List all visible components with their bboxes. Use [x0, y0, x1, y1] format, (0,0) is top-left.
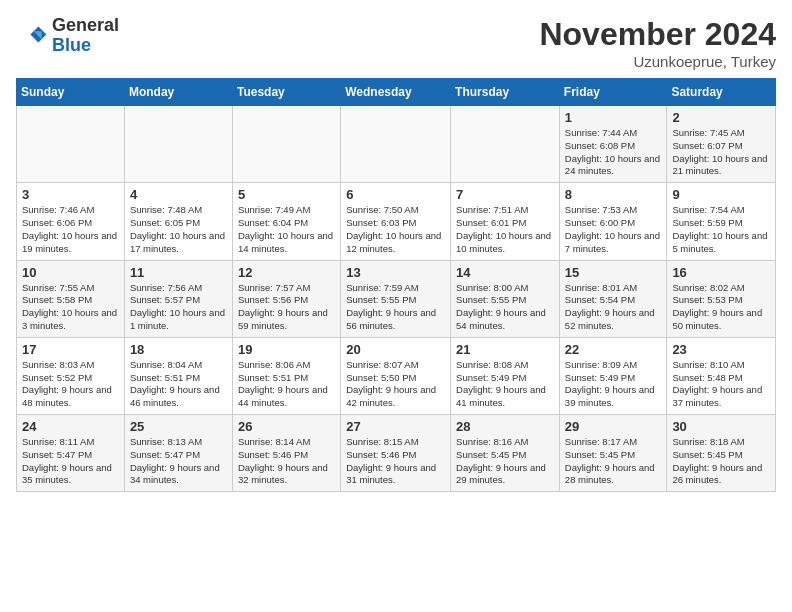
- day-number: 17: [22, 342, 119, 357]
- calendar-cell: 28Sunrise: 8:16 AM Sunset: 5:45 PM Dayli…: [451, 415, 560, 492]
- day-info: Sunrise: 8:11 AM Sunset: 5:47 PM Dayligh…: [22, 436, 119, 487]
- day-number: 16: [672, 265, 770, 280]
- calendar-cell: 18Sunrise: 8:04 AM Sunset: 5:51 PM Dayli…: [124, 337, 232, 414]
- day-info: Sunrise: 8:13 AM Sunset: 5:47 PM Dayligh…: [130, 436, 227, 487]
- calendar-cell: 17Sunrise: 8:03 AM Sunset: 5:52 PM Dayli…: [17, 337, 125, 414]
- title-block: November 2024 Uzunkoeprue, Turkey: [539, 16, 776, 70]
- calendar-cell: 7Sunrise: 7:51 AM Sunset: 6:01 PM Daylig…: [451, 183, 560, 260]
- calendar-week-row: 10Sunrise: 7:55 AM Sunset: 5:58 PM Dayli…: [17, 260, 776, 337]
- day-info: Sunrise: 8:00 AM Sunset: 5:55 PM Dayligh…: [456, 282, 554, 333]
- calendar-table: SundayMondayTuesdayWednesdayThursdayFrid…: [16, 78, 776, 492]
- calendar-cell: 9Sunrise: 7:54 AM Sunset: 5:59 PM Daylig…: [667, 183, 776, 260]
- logo-icon: [16, 20, 48, 52]
- calendar-cell: 13Sunrise: 7:59 AM Sunset: 5:55 PM Dayli…: [341, 260, 451, 337]
- calendar-cell: 22Sunrise: 8:09 AM Sunset: 5:49 PM Dayli…: [559, 337, 667, 414]
- logo-line2: Blue: [52, 36, 119, 56]
- calendar-cell: 12Sunrise: 7:57 AM Sunset: 5:56 PM Dayli…: [232, 260, 340, 337]
- calendar-week-row: 17Sunrise: 8:03 AM Sunset: 5:52 PM Dayli…: [17, 337, 776, 414]
- day-number: 21: [456, 342, 554, 357]
- day-info: Sunrise: 8:10 AM Sunset: 5:48 PM Dayligh…: [672, 359, 770, 410]
- day-number: 13: [346, 265, 445, 280]
- day-number: 29: [565, 419, 662, 434]
- day-number: 12: [238, 265, 335, 280]
- calendar-cell: 24Sunrise: 8:11 AM Sunset: 5:47 PM Dayli…: [17, 415, 125, 492]
- day-info: Sunrise: 7:50 AM Sunset: 6:03 PM Dayligh…: [346, 204, 445, 255]
- weekday-header-cell: Wednesday: [341, 79, 451, 106]
- day-info: Sunrise: 8:03 AM Sunset: 5:52 PM Dayligh…: [22, 359, 119, 410]
- calendar-cell: 26Sunrise: 8:14 AM Sunset: 5:46 PM Dayli…: [232, 415, 340, 492]
- day-number: 7: [456, 187, 554, 202]
- weekday-header-cell: Tuesday: [232, 79, 340, 106]
- day-info: Sunrise: 8:07 AM Sunset: 5:50 PM Dayligh…: [346, 359, 445, 410]
- day-info: Sunrise: 7:56 AM Sunset: 5:57 PM Dayligh…: [130, 282, 227, 333]
- day-number: 15: [565, 265, 662, 280]
- calendar-cell: 3Sunrise: 7:46 AM Sunset: 6:06 PM Daylig…: [17, 183, 125, 260]
- calendar-week-row: 1Sunrise: 7:44 AM Sunset: 6:08 PM Daylig…: [17, 106, 776, 183]
- calendar-cell: 23Sunrise: 8:10 AM Sunset: 5:48 PM Dayli…: [667, 337, 776, 414]
- weekday-header-cell: Sunday: [17, 79, 125, 106]
- weekday-header-row: SundayMondayTuesdayWednesdayThursdayFrid…: [17, 79, 776, 106]
- day-info: Sunrise: 8:15 AM Sunset: 5:46 PM Dayligh…: [346, 436, 445, 487]
- calendar-cell: 1Sunrise: 7:44 AM Sunset: 6:08 PM Daylig…: [559, 106, 667, 183]
- calendar-cell: [232, 106, 340, 183]
- day-number: 1: [565, 110, 662, 125]
- day-number: 5: [238, 187, 335, 202]
- day-info: Sunrise: 7:55 AM Sunset: 5:58 PM Dayligh…: [22, 282, 119, 333]
- calendar-cell: 14Sunrise: 8:00 AM Sunset: 5:55 PM Dayli…: [451, 260, 560, 337]
- calendar-cell: [17, 106, 125, 183]
- calendar-cell: [341, 106, 451, 183]
- calendar-cell: 29Sunrise: 8:17 AM Sunset: 5:45 PM Dayli…: [559, 415, 667, 492]
- weekday-header-cell: Saturday: [667, 79, 776, 106]
- day-info: Sunrise: 8:16 AM Sunset: 5:45 PM Dayligh…: [456, 436, 554, 487]
- calendar-cell: 27Sunrise: 8:15 AM Sunset: 5:46 PM Dayli…: [341, 415, 451, 492]
- calendar-cell: 10Sunrise: 7:55 AM Sunset: 5:58 PM Dayli…: [17, 260, 125, 337]
- calendar-cell: 25Sunrise: 8:13 AM Sunset: 5:47 PM Dayli…: [124, 415, 232, 492]
- location-subtitle: Uzunkoeprue, Turkey: [539, 53, 776, 70]
- calendar-cell: 5Sunrise: 7:49 AM Sunset: 6:04 PM Daylig…: [232, 183, 340, 260]
- logo-text: General Blue: [52, 16, 119, 56]
- calendar-week-row: 3Sunrise: 7:46 AM Sunset: 6:06 PM Daylig…: [17, 183, 776, 260]
- day-number: 8: [565, 187, 662, 202]
- day-number: 20: [346, 342, 445, 357]
- day-info: Sunrise: 7:48 AM Sunset: 6:05 PM Dayligh…: [130, 204, 227, 255]
- day-info: Sunrise: 7:53 AM Sunset: 6:00 PM Dayligh…: [565, 204, 662, 255]
- day-info: Sunrise: 7:51 AM Sunset: 6:01 PM Dayligh…: [456, 204, 554, 255]
- calendar-cell: [124, 106, 232, 183]
- day-number: 24: [22, 419, 119, 434]
- day-number: 2: [672, 110, 770, 125]
- day-info: Sunrise: 8:14 AM Sunset: 5:46 PM Dayligh…: [238, 436, 335, 487]
- logo-line1: General: [52, 16, 119, 36]
- calendar-cell: 16Sunrise: 8:02 AM Sunset: 5:53 PM Dayli…: [667, 260, 776, 337]
- calendar-body: 1Sunrise: 7:44 AM Sunset: 6:08 PM Daylig…: [17, 106, 776, 492]
- calendar-cell: [451, 106, 560, 183]
- day-number: 11: [130, 265, 227, 280]
- day-number: 23: [672, 342, 770, 357]
- calendar-cell: 30Sunrise: 8:18 AM Sunset: 5:45 PM Dayli…: [667, 415, 776, 492]
- day-number: 14: [456, 265, 554, 280]
- day-number: 25: [130, 419, 227, 434]
- day-info: Sunrise: 8:02 AM Sunset: 5:53 PM Dayligh…: [672, 282, 770, 333]
- day-info: Sunrise: 8:08 AM Sunset: 5:49 PM Dayligh…: [456, 359, 554, 410]
- weekday-header-cell: Monday: [124, 79, 232, 106]
- calendar-cell: 15Sunrise: 8:01 AM Sunset: 5:54 PM Dayli…: [559, 260, 667, 337]
- day-number: 28: [456, 419, 554, 434]
- day-number: 19: [238, 342, 335, 357]
- day-info: Sunrise: 7:45 AM Sunset: 6:07 PM Dayligh…: [672, 127, 770, 178]
- calendar-cell: 6Sunrise: 7:50 AM Sunset: 6:03 PM Daylig…: [341, 183, 451, 260]
- day-info: Sunrise: 7:54 AM Sunset: 5:59 PM Dayligh…: [672, 204, 770, 255]
- calendar-cell: 20Sunrise: 8:07 AM Sunset: 5:50 PM Dayli…: [341, 337, 451, 414]
- day-number: 4: [130, 187, 227, 202]
- day-info: Sunrise: 8:01 AM Sunset: 5:54 PM Dayligh…: [565, 282, 662, 333]
- day-info: Sunrise: 7:57 AM Sunset: 5:56 PM Dayligh…: [238, 282, 335, 333]
- day-info: Sunrise: 8:17 AM Sunset: 5:45 PM Dayligh…: [565, 436, 662, 487]
- calendar-cell: 19Sunrise: 8:06 AM Sunset: 5:51 PM Dayli…: [232, 337, 340, 414]
- day-number: 27: [346, 419, 445, 434]
- day-number: 9: [672, 187, 770, 202]
- month-title: November 2024: [539, 16, 776, 53]
- day-info: Sunrise: 7:46 AM Sunset: 6:06 PM Dayligh…: [22, 204, 119, 255]
- day-number: 26: [238, 419, 335, 434]
- calendar-week-row: 24Sunrise: 8:11 AM Sunset: 5:47 PM Dayli…: [17, 415, 776, 492]
- weekday-header-cell: Friday: [559, 79, 667, 106]
- day-info: Sunrise: 8:18 AM Sunset: 5:45 PM Dayligh…: [672, 436, 770, 487]
- day-info: Sunrise: 8:09 AM Sunset: 5:49 PM Dayligh…: [565, 359, 662, 410]
